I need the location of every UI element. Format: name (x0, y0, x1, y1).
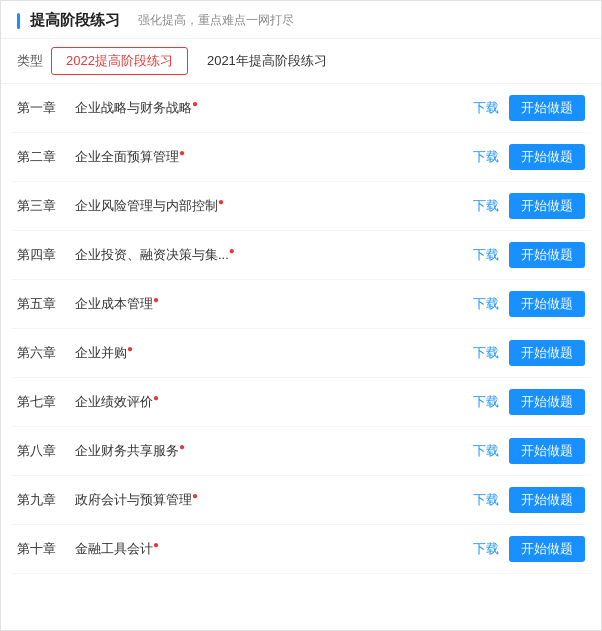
header-bar-icon (17, 13, 20, 29)
download-button[interactable]: 下载 (473, 246, 499, 264)
list-item: 第四章企业投资、融资决策与集...●下载开始做题 (11, 231, 591, 280)
start-button[interactable]: 开始做题 (509, 536, 585, 562)
chapter-number: 第四章 (17, 246, 75, 264)
chapter-list: 第一章企业战略与财务战略●下载开始做题第二章企业全面预算管理●下载开始做题第三章… (1, 84, 601, 574)
chapter-name: 企业绩效评价● (75, 392, 473, 411)
chapter-name: 金融工具会计● (75, 539, 473, 558)
download-button[interactable]: 下载 (473, 148, 499, 166)
list-item: 第三章企业风险管理与内部控制●下载开始做题 (11, 182, 591, 231)
red-dot-icon: ● (192, 490, 198, 501)
start-button[interactable]: 开始做题 (509, 242, 585, 268)
red-dot-icon: ● (218, 196, 224, 207)
start-button[interactable]: 开始做题 (509, 95, 585, 121)
start-button[interactable]: 开始做题 (509, 389, 585, 415)
red-dot-icon: ● (229, 245, 235, 256)
page-subtitle: 强化提高，重点难点一网打尽 (138, 12, 294, 29)
start-button[interactable]: 开始做题 (509, 487, 585, 513)
chapter-number: 第一章 (17, 99, 75, 117)
chapter-name: 企业全面预算管理● (75, 147, 473, 166)
red-dot-icon: ● (153, 392, 159, 403)
list-item: 第二章企业全面预算管理●下载开始做题 (11, 133, 591, 182)
start-button[interactable]: 开始做题 (509, 438, 585, 464)
start-button[interactable]: 开始做题 (509, 144, 585, 170)
chapter-name: 企业并购● (75, 343, 473, 362)
start-button[interactable]: 开始做题 (509, 193, 585, 219)
download-button[interactable]: 下载 (473, 393, 499, 411)
tab-2022[interactable]: 2022提高阶段练习 (51, 47, 188, 75)
download-button[interactable]: 下载 (473, 540, 499, 558)
chapter-name: 企业财务共享服务● (75, 441, 473, 460)
list-item: 第六章企业并购●下载开始做题 (11, 329, 591, 378)
red-dot-icon: ● (179, 441, 185, 452)
chapter-number: 第十章 (17, 540, 75, 558)
chapter-number: 第三章 (17, 197, 75, 215)
list-item: 第七章企业绩效评价●下载开始做题 (11, 378, 591, 427)
chapter-name: 企业战略与财务战略● (75, 98, 473, 117)
list-item: 第九章政府会计与预算管理●下载开始做题 (11, 476, 591, 525)
chapter-number: 第五章 (17, 295, 75, 313)
page-container: 提高阶段练习 强化提高，重点难点一网打尽 类型 2022提高阶段练习 2021年… (0, 0, 602, 631)
red-dot-icon: ● (179, 147, 185, 158)
chapter-number: 第二章 (17, 148, 75, 166)
download-button[interactable]: 下载 (473, 197, 499, 215)
chapter-name: 企业成本管理● (75, 294, 473, 313)
list-item: 第十章金融工具会计●下载开始做题 (11, 525, 591, 574)
download-button[interactable]: 下载 (473, 442, 499, 460)
download-button[interactable]: 下载 (473, 295, 499, 313)
tabs-row: 类型 2022提高阶段练习 2021年提高阶段练习 (1, 39, 601, 84)
tab-2021[interactable]: 2021年提高阶段练习 (192, 47, 342, 75)
red-dot-icon: ● (153, 294, 159, 305)
chapter-number: 第八章 (17, 442, 75, 460)
red-dot-icon: ● (127, 343, 133, 354)
red-dot-icon: ● (153, 539, 159, 550)
chapter-number: 第七章 (17, 393, 75, 411)
chapter-number: 第六章 (17, 344, 75, 362)
red-dot-icon: ● (192, 98, 198, 109)
page-header: 提高阶段练习 强化提高，重点难点一网打尽 (1, 1, 601, 39)
chapter-name: 政府会计与预算管理● (75, 490, 473, 509)
list-item: 第八章企业财务共享服务●下载开始做题 (11, 427, 591, 476)
download-button[interactable]: 下载 (473, 491, 499, 509)
start-button[interactable]: 开始做题 (509, 340, 585, 366)
chapter-number: 第九章 (17, 491, 75, 509)
download-button[interactable]: 下载 (473, 344, 499, 362)
tabs-label: 类型 (17, 52, 43, 70)
page-title: 提高阶段练习 (30, 11, 120, 30)
start-button[interactable]: 开始做题 (509, 291, 585, 317)
chapter-name: 企业风险管理与内部控制● (75, 196, 473, 215)
list-item: 第五章企业成本管理●下载开始做题 (11, 280, 591, 329)
chapter-name: 企业投资、融资决策与集...● (75, 245, 473, 264)
download-button[interactable]: 下载 (473, 99, 499, 117)
list-item: 第一章企业战略与财务战略●下载开始做题 (11, 84, 591, 133)
